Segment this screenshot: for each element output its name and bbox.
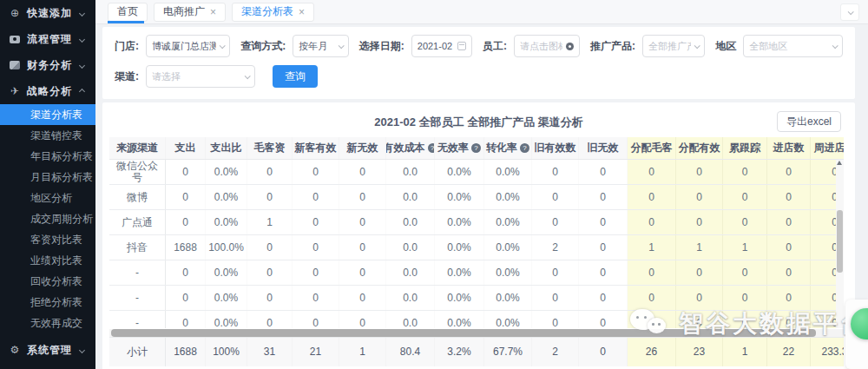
table-cell: 0.0	[386, 185, 435, 209]
store-select[interactable]: 博诚厦门总店测试	[146, 35, 230, 57]
table-header: 来源渠道支出支出比毛客资新客有效新无效有效成本?无效率?转化率?旧有效数旧无效分…	[109, 137, 844, 160]
chevron-down-icon	[847, 9, 853, 15]
h-scroll-thumb[interactable]	[111, 329, 816, 337]
table-cell: 0	[532, 286, 579, 310]
close-icon[interactable]: ×	[299, 7, 305, 17]
table-cell: 0	[676, 185, 723, 209]
table-cell: 0.0%	[435, 185, 484, 209]
sidebar-item[interactable]: 成交周期分析	[0, 208, 95, 229]
sidebar-group-finance[interactable]: 财务分析	[0, 52, 95, 78]
table-cell: 1	[723, 235, 767, 260]
sidebar-group-label: 系统管理	[27, 343, 80, 358]
chevron-down-icon	[245, 73, 251, 79]
table-cell: 0	[628, 210, 676, 234]
sidebar-item[interactable]: 回收分析表	[0, 271, 95, 292]
channel-placeholder: 请选择	[152, 70, 241, 83]
product-select[interactable]: 全部推广产品	[642, 35, 705, 57]
close-icon[interactable]: ×	[210, 7, 216, 17]
table-cell: 0	[579, 210, 628, 234]
sidebar-group-process[interactable]: 流程管理	[0, 26, 95, 52]
table-cell: 0	[339, 160, 386, 184]
sidebar-item[interactable]: 无效再成交	[0, 313, 95, 333]
tabs-dropdown-button[interactable]	[840, 3, 859, 21]
tab-bar: 首页 电商推广 × 渠道分析表 ×	[95, 0, 868, 24]
employee-input[interactable]: 请点击图标选择员工	[514, 35, 580, 57]
export-excel-button[interactable]: 导出excel	[777, 111, 841, 132]
sidebar-item[interactable]: 客资对比表	[0, 229, 95, 250]
table-cell: 0	[247, 235, 293, 260]
vertical-scrollbar[interactable]	[836, 160, 844, 328]
chevron-down-icon	[79, 10, 85, 16]
table-row: -00.0%0000.00.0%0.0%0000000	[109, 260, 844, 286]
tab-channel-analysis[interactable]: 渠道分析表 ×	[232, 3, 314, 22]
query-mode-select[interactable]: 按年月	[293, 35, 348, 57]
table-cell: 0	[628, 286, 676, 310]
tab-label: 电商推广	[163, 4, 205, 19]
region-select[interactable]: 全部地区	[743, 35, 843, 57]
sidebar-group-strategy[interactable]: ✈ 战略分析	[0, 78, 95, 104]
table-cell: 0	[293, 210, 339, 234]
table-cell: 0	[532, 160, 579, 184]
header-cell: 来源渠道	[109, 137, 166, 159]
filter-row-2: 渠道: 请选择 查询	[115, 65, 843, 88]
sidebar-item[interactable]: 渠道销控表	[0, 125, 95, 146]
image-chart-icon	[9, 61, 21, 69]
sidebar-item[interactable]: 月目标分析表	[0, 167, 95, 188]
table-cell: 0.0%	[435, 210, 484, 234]
table-cell: 0	[579, 185, 628, 209]
help-icon[interactable]: ?	[428, 143, 436, 153]
table-cell: 0.0%	[484, 185, 532, 209]
table-cell: 0.0%	[484, 311, 532, 328]
channel-cell: 抖音	[109, 235, 166, 260]
table-cell: 1688	[166, 338, 206, 366]
chevron-down-icon	[220, 43, 226, 49]
summary-row: 小计1688100%3121180.43.2%67.7%202623122233…	[109, 337, 844, 366]
table-cell: 0	[628, 160, 676, 184]
main-area: 首页 电商推广 × 渠道分析表 × 门店: 博诚厦门总店测试	[95, 0, 868, 369]
table-cell: 0.0%	[435, 260, 484, 285]
table-cell: 0	[767, 260, 811, 285]
app-window: ⊕ 快速添加 流程管理 财务分析 ✈ 战略分析 渠道分析表渠道销控表年目标分析表…	[0, 0, 868, 369]
date-input[interactable]: 2021-02	[411, 35, 472, 57]
header-cell: 毛客资	[247, 137, 293, 159]
channel-table: 来源渠道支出支出比毛客资新客有效新无效有效成本?无效率?转化率?旧有效数旧无效分…	[109, 137, 844, 366]
header-cell: 旧有效数	[532, 137, 579, 159]
help-icon[interactable]: ?	[471, 143, 481, 153]
table-cell: 0.0	[386, 160, 435, 184]
eye-icon[interactable]	[566, 43, 574, 50]
plus-circle-icon: ⊕	[9, 7, 21, 19]
table-cell: 0	[628, 311, 676, 328]
table-cell: 23	[676, 338, 723, 366]
sidebar-item[interactable]: 年目标分析表	[0, 146, 95, 167]
strategy-submenu: 渠道分析表渠道销控表年目标分析表月目标分析表地区分析成交周期分析客资对比表业绩对…	[0, 104, 95, 333]
tab-ecommerce[interactable]: 电商推广 ×	[154, 3, 226, 22]
sidebar-item[interactable]: 地区分析	[0, 188, 95, 208]
table-cell: 0	[247, 185, 293, 209]
sidebar-group-system[interactable]: ⚙ 系统管理	[0, 337, 95, 363]
table-cell: 0	[767, 235, 811, 260]
header-cell: 分配有效	[676, 137, 723, 159]
table-cell: 0	[532, 311, 579, 328]
table-cell: 22	[767, 338, 811, 366]
horizontal-scrollbar[interactable]	[109, 329, 844, 337]
table-cell: 0	[767, 311, 811, 328]
sidebar-item[interactable]: 渠道分析表	[0, 104, 95, 125]
table-cell: 0	[723, 260, 767, 285]
help-icon[interactable]: ?	[520, 143, 529, 153]
header-cell: 周进店数	[811, 137, 844, 159]
scroll-up-icon[interactable]	[837, 161, 842, 165]
table-cell: 0.0%	[206, 185, 247, 209]
tab-home[interactable]: 首页	[108, 3, 148, 22]
table-cell: 0.0	[386, 311, 435, 328]
report-header: 2021-02 全部员工 全部推广产品 渠道分析 导出excel	[109, 108, 848, 137]
table-cell: 0	[579, 338, 628, 366]
sidebar-item[interactable]: 拒绝分析表	[0, 292, 95, 313]
sidebar-group-quick-add[interactable]: ⊕ 快速添加	[0, 0, 95, 26]
channel-select[interactable]: 请选择	[146, 65, 255, 88]
region-label: 地区	[715, 39, 736, 54]
v-scroll-thumb[interactable]	[837, 210, 843, 273]
search-button[interactable]: 查询	[273, 65, 318, 88]
table-cell: 0	[628, 185, 676, 209]
table-cell: 0	[723, 286, 767, 310]
sidebar-item[interactable]: 业绩对比表	[0, 250, 95, 271]
